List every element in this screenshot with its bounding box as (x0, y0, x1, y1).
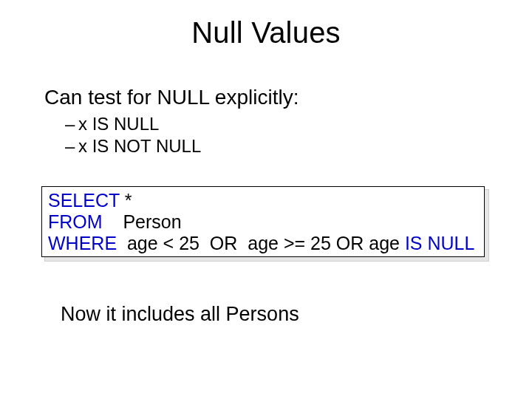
slide-title: Null Values (0, 16, 532, 50)
sub-item: –x IS NOT NULL (65, 136, 488, 157)
kw-from: FROM (48, 211, 103, 232)
kw-isnull: IS NULL (405, 233, 474, 253)
kw-select: SELECT (48, 190, 120, 211)
code-box: SELECT * FROM Person WHERE age < 25 OR a… (41, 186, 485, 257)
code-box-inner: SELECT * FROM Person WHERE age < 25 OR a… (41, 186, 485, 257)
sub-item-text: x IS NOT NULL (78, 136, 201, 156)
kw-where: WHERE (48, 233, 117, 253)
sub-item-text: x IS NULL (78, 114, 159, 134)
code-text: age < 25 OR age >= 25 OR age (117, 233, 405, 253)
dash-icon: – (65, 136, 78, 157)
code-line: FROM Person (48, 211, 478, 233)
sub-list: –x IS NULL –x IS NOT NULL (65, 114, 488, 157)
footer-line: Now it includes all Persons (61, 303, 299, 326)
body-block: Can test for NULL explicitly: –x IS NULL… (44, 86, 488, 159)
code-text: Person (103, 211, 182, 232)
code-line: WHERE age < 25 OR age >= 25 OR age IS NU… (48, 233, 478, 254)
slide: Null Values Can test for NULL explicitly… (0, 0, 532, 399)
dash-icon: – (65, 114, 78, 134)
code-line: SELECT * (48, 190, 478, 211)
code-text: * (120, 190, 132, 211)
intro-line: Can test for NULL explicitly: (44, 86, 488, 109)
sub-item: –x IS NULL (65, 114, 488, 134)
